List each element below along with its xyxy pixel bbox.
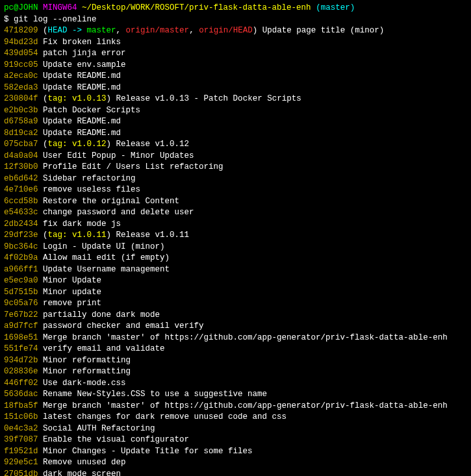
commit-hash: 8d19ca2 <box>4 129 38 138</box>
commit-hash: 6ccd58b <box>4 197 38 206</box>
ref-head: HEAD -> <box>48 26 87 35</box>
commit-hash: 12f30b0 <box>4 162 38 171</box>
ref-tag: tag: v1.0.11 <box>48 231 107 240</box>
commit-row: f19521d Minor Changes - Update Title for… <box>4 446 467 458</box>
commit-hash: 9bc364c <box>4 242 38 251</box>
commit-row: a966ff1 Update Username management <box>4 264 467 276</box>
commit-message: Enable the visual configurator <box>43 435 189 444</box>
commit-message: Remove unused dep <box>43 458 126 467</box>
commit-hash: 4718209 <box>4 26 38 35</box>
commit-message: Minor update <box>43 288 101 297</box>
commit-message: Release v1.0.12 <box>116 140 190 149</box>
commit-row: 8d19ca2 Update README.md <box>4 128 467 140</box>
commit-hash: 934d72b <box>4 356 38 365</box>
commit-hash: 919cc05 <box>4 60 38 69</box>
commit-message: dark mode screen <box>43 470 121 477</box>
commit-row: 7e67b22 partially done dark mode <box>4 310 467 321</box>
commit-hash: 582eda3 <box>4 83 38 92</box>
commit-row: e2b0c3b Patch Docker Scripts <box>4 105 467 117</box>
commit-hash: 4e710e6 <box>4 185 38 194</box>
commit-message: Update env.sample <box>43 60 126 69</box>
commit-message: password checker and email verify <box>43 321 204 331</box>
commit-row: 6ccd58b Restore the original Content <box>4 196 467 208</box>
commit-message: Release v1.0.11 <box>116 231 190 240</box>
commit-message: Allow mail edit (if empty) <box>43 253 170 262</box>
ref-remote: origin/master <box>126 26 190 35</box>
commit-row: 934d72b Minor reformatting <box>4 355 467 367</box>
commit-message: Fix broken links <box>43 38 121 47</box>
commit-hash: 0e4c3a2 <box>4 424 38 433</box>
commit-row: 4e710e6 remove useless files <box>4 184 467 196</box>
commit-hash: 151c06b <box>4 412 38 421</box>
commit-message: fix dark mode js <box>43 219 121 229</box>
refs-close-paren: ) <box>253 26 258 35</box>
commit-hash: 2db2434 <box>4 219 38 229</box>
prompt-path: ~/Desktop/WORK/ROSOFT/priv-flask-datta-a… <box>82 3 311 12</box>
commit-row: 929e5c1 Remove unused dep <box>4 457 467 469</box>
commit-row: 439d054 patch jinja error <box>4 48 467 60</box>
commit-hash: d4a0a04 <box>4 151 38 160</box>
commit-row: 9bc364c Login - Update UI (minor) <box>4 242 467 253</box>
commit-hash: a2eca0c <box>4 71 38 81</box>
commit-message: latest changes for dark remove unused co… <box>43 412 286 421</box>
refs-open-paren: ( <box>43 231 48 240</box>
commit-message: Restore the original Content <box>43 197 179 206</box>
commit-row: 18fba5f Merge branch 'master' of https:/… <box>4 401 467 412</box>
commit-message: Social AUTH Refactoring <box>43 424 155 433</box>
commit-row: 4718209 (HEAD -> master, origin/master, … <box>4 25 467 37</box>
refs-close-paren: ) <box>107 94 112 103</box>
command-text: $ git log --oneline <box>4 15 97 24</box>
commit-message: Update README.md <box>43 71 121 81</box>
commit-message: Update page title (minor) <box>262 26 385 35</box>
commit-message: remove print <box>43 299 101 308</box>
commit-message: Merge branch 'master' of https://github.… <box>43 333 448 342</box>
commit-row: 12f30b0 Profile Edit / Users List refact… <box>4 162 467 173</box>
ref-tag: tag: v1.0.13 <box>48 94 107 103</box>
commit-row: a2eca0c Update README.md <box>4 71 467 82</box>
commit-row: 29df23e (tag: v1.0.11) Release v1.0.11 <box>4 230 467 242</box>
commit-row: 5d7515b Minor update <box>4 287 467 299</box>
commit-message: Release v1.0.13 - Patch Docker Scripts <box>116 94 301 103</box>
commit-hash: 94bd23d <box>4 38 38 47</box>
refs-open-paren: ( <box>43 26 48 35</box>
commit-hash: 9c05a76 <box>4 299 38 308</box>
commit-hash: 929e5c1 <box>4 458 38 467</box>
commit-hash: 7e67b22 <box>4 310 38 319</box>
commit-message: Update README.md <box>43 129 121 138</box>
commit-hash: 4f02b9a <box>4 253 38 262</box>
refs-open-paren: ( <box>43 140 48 149</box>
commit-hash: a9d7fcf <box>4 321 38 331</box>
commit-row: 4f02b9a Allow mail edit (if empty) <box>4 253 467 264</box>
commit-hash: d6758a9 <box>4 117 38 126</box>
commit-row: 39f7087 Enable the visual configurator <box>4 434 467 446</box>
commit-row: 075cba7 (tag: v1.0.12) Release v1.0.12 <box>4 139 467 151</box>
commit-message: Sidebar refactoring <box>43 174 136 183</box>
ref-remote: origin/HEAD <box>199 26 253 35</box>
commit-row: 582eda3 Update README.md <box>4 82 467 94</box>
prompt-user: pc@JOHN <box>4 3 38 12</box>
commit-hash: 39f7087 <box>4 435 38 444</box>
command-line[interactable]: $ git log --oneline <box>4 14 467 26</box>
commit-message: partially done dark mode <box>43 310 160 319</box>
commit-message: Update README.md <box>43 83 121 92</box>
refs-open-paren: ( <box>43 94 48 103</box>
ref-local: master <box>87 26 116 35</box>
commit-hash: 551fe74 <box>4 344 38 353</box>
commit-row: a9d7fcf password checker and email verif… <box>4 321 467 332</box>
commit-message: User Edit Popup - Minor Updates <box>43 151 194 160</box>
commit-message: Profile Edit / Users List refactoring <box>43 162 223 171</box>
commit-row: 94bd23d Fix broken links <box>4 37 467 49</box>
commit-hash: 1698e51 <box>4 333 38 342</box>
ref-separator: , <box>189 26 199 35</box>
commit-message: Login - Update UI (minor) <box>43 242 165 251</box>
commit-row: 0e4c3a2 Social AUTH Refactoring <box>4 423 467 435</box>
commit-hash: 29df23e <box>4 231 38 240</box>
commit-row: d6758a9 Update README.md <box>4 116 467 128</box>
commit-row: 9c05a76 remove print <box>4 298 467 310</box>
commit-row: 919cc05 Update env.sample <box>4 60 467 71</box>
commit-row: e5ec9a0 Minor Update <box>4 275 467 287</box>
commit-row: 27051db dark mode screen <box>4 469 467 477</box>
commit-message: Minor reformatting <box>43 367 131 376</box>
commit-row: 1698e51 Merge branch 'master' of https:/… <box>4 332 467 344</box>
commit-message: Minor Changes - Update Title for some fi… <box>43 447 253 456</box>
